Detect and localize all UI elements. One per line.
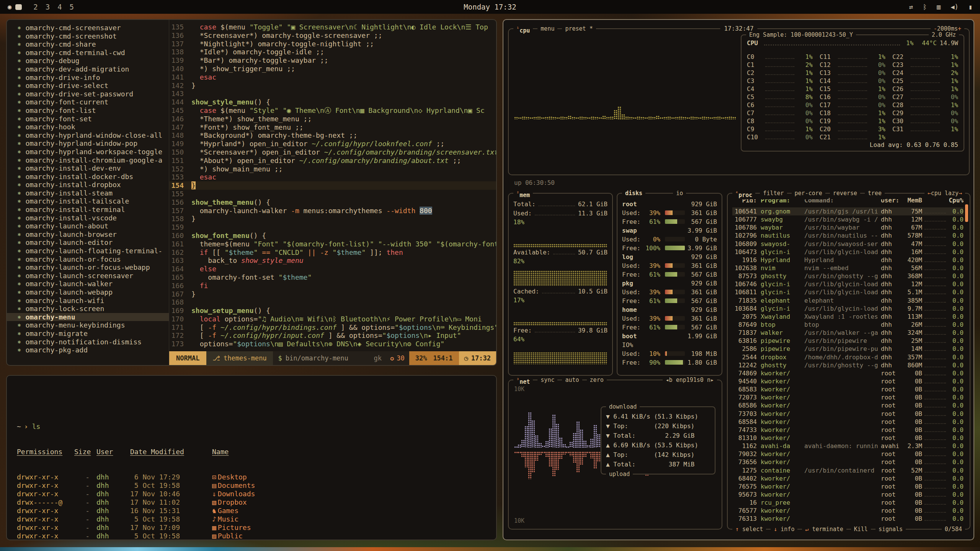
- code-line[interactable]: 161 theme=$(menu "Font" "$(omarchy-font-…: [169, 240, 496, 248]
- code-line[interactable]: 173 options="$options\n▤ Defaults\n⊕ DNS…: [169, 340, 496, 348]
- tree-item[interactable]: ✱omarchy-cmd-share: [7, 40, 169, 49]
- process-row[interactable]: 106786waybar/usr/bin/waybardhh67M0.0: [732, 223, 964, 231]
- tree-item[interactable]: ✱omarchy-hook: [7, 123, 169, 131]
- tab-disks[interactable]: disks: [622, 189, 645, 197]
- tree-item[interactable]: ✱omarchy-install-dropbox: [7, 181, 169, 189]
- sort-prev-arrow[interactable]: ←: [928, 190, 931, 197]
- process-row[interactable]: 102638nvimnvim --embeddhh56M0.0: [732, 264, 964, 272]
- process-row[interactable]: 81310kworker/root0B0.0: [732, 434, 964, 442]
- process-row[interactable]: 103684glycin-i/usr/lib/glycin-loadersdhh…: [732, 305, 964, 313]
- code-line[interactable]: 144show_style_menu() {: [169, 98, 496, 106]
- code-line[interactable]: 147 *Font*) show_font_menu ;;: [169, 123, 496, 132]
- process-row[interactable]: 74869kworker/root0B0.0: [732, 369, 964, 377]
- code-line[interactable]: 166 fi: [169, 282, 496, 290]
- process-row[interactable]: 79032kworker/root0B0.0: [732, 450, 964, 458]
- process-row[interactable]: 68402kworker/root0B0.0: [732, 474, 964, 483]
- volume-icon[interactable]: ◀): [951, 3, 958, 11]
- tree-item[interactable]: ✱omarchy-font-current: [7, 98, 169, 106]
- code-line[interactable]: 152 *) show_main_menu ;;: [169, 165, 496, 173]
- code-line[interactable]: 149 *Hyprland*) open_in_editor ~/.config…: [169, 140, 496, 148]
- process-row[interactable]: 2586pipewire/usr/bin/pipewire-pulsedhh14…: [732, 345, 964, 353]
- footer-signals[interactable]: signals: [875, 525, 906, 533]
- process-row[interactable]: 76575kworker/root0B0.0: [732, 483, 964, 491]
- code-line[interactable]: 157 omarchy-launch-walker -m menus:omarc…: [169, 207, 496, 215]
- process-row[interactable]: 74733kworker/root0B0.0: [732, 426, 964, 434]
- preset-button[interactable]: preset *: [562, 24, 596, 35]
- process-row[interactable]: 106473glycin-i/usr/lib/glycin-loadersdhh…: [732, 248, 964, 256]
- process-row[interactable]: 71835elephantelephantdhh385M0.0: [732, 297, 964, 305]
- tree-item[interactable]: ✱omarchy-cmd-screenshot: [7, 32, 169, 41]
- proc-option-per-core[interactable]: per-core: [792, 189, 825, 199]
- code-line[interactable]: 137 *Nightlight*) omarchy-toggle-nightli…: [169, 40, 496, 48]
- code-line[interactable]: 162 if [[ "$theme" == "CNCLD" || -z "$th…: [169, 248, 496, 257]
- net-interface[interactable]: ◂b enp191s0 n▸: [663, 376, 717, 384]
- distro-logo-icon[interactable]: ◉: [8, 3, 11, 11]
- battery-icon[interactable]: ▮: [969, 3, 972, 11]
- tree-item[interactable]: ✱omarchy-hyprland-window-pop: [7, 139, 169, 148]
- code-line[interactable]: 136 *Screensaver*) omarchy-toggle-screen…: [169, 31, 496, 40]
- tree-item[interactable]: ✱omarchy-install-terminal: [7, 205, 169, 214]
- process-row[interactable]: 16rcu_preeroot0B0.0: [732, 499, 964, 507]
- tree-item[interactable]: ✱omarchy-dev-add-migration: [7, 65, 169, 73]
- code-line[interactable]: 146 *Theme*) show_theme_menu ;;: [169, 115, 496, 123]
- tree-item[interactable]: ✱omarchy-launch-or-focus: [7, 255, 169, 264]
- proc-scrollbar-thumb[interactable]: [965, 204, 968, 222]
- footer-terminate[interactable]: ↵ terminate: [802, 525, 846, 533]
- tree-item[interactable]: ✱omarchy-debug: [7, 57, 169, 65]
- workspace-active-indicator[interactable]: [15, 4, 22, 10]
- code-line[interactable]: 145 case $(menu "Style" "◉ Theme\nⒶ Font…: [169, 106, 496, 115]
- process-row[interactable]: 106811glycin-i/usr/lib/glycin-loadersdhh…: [732, 288, 964, 296]
- process-row[interactable]: 106541org.gnom/usr/bin/gjs /usr/lib/odhh…: [732, 207, 964, 215]
- process-row[interactable]: 87649btopbtopdhh26M0.0: [732, 321, 964, 329]
- code-line[interactable]: 172 [ -f ~/.config/hypr/input.conf ] && …: [169, 331, 496, 340]
- tree-item[interactable]: ✱omarchy-menu-keybindings: [7, 321, 169, 329]
- clock[interactable]: Monday 17:32: [464, 3, 516, 11]
- git-branch[interactable]: ⎇themes-menu: [206, 351, 273, 365]
- tab-net[interactable]: ³net: [513, 376, 533, 386]
- footer-Kill[interactable]: Kill: [851, 525, 871, 533]
- bluetooth-icon[interactable]: ᛒ: [923, 3, 927, 11]
- mixer-icon[interactable]: ▥: [937, 3, 941, 11]
- code-line[interactable]: 142}: [169, 82, 496, 90]
- tree-item[interactable]: ✱omarchy-cmd-terminal-cwd: [7, 49, 169, 57]
- process-row[interactable]: 87573ghostty/usr/bin/ghostty --gtk-dhh36…: [732, 272, 964, 280]
- tab-cpu[interactable]: ¹cpu: [513, 24, 533, 35]
- tree-item[interactable]: ✱omarchy-install-chromium-google-a: [7, 156, 169, 165]
- workspace-4[interactable]: 4: [57, 3, 62, 11]
- code-line[interactable]: 169show_setup_menu() {: [169, 306, 496, 315]
- code-line[interactable]: 165 omarchy-font-set "$theme": [169, 273, 496, 282]
- process-row[interactable]: 68583kworker/root0B0.0: [732, 385, 964, 393]
- process-row[interactable]: 73703kworker/root0B0.0: [732, 410, 964, 418]
- process-row[interactable]: 72073kworker/root0B0.0: [732, 393, 964, 401]
- tree-item[interactable]: ✱omarchy-launch-floating-terminal-: [7, 247, 169, 255]
- code-line[interactable]: 168: [169, 298, 496, 306]
- tree-item[interactable]: ✱omarchy-launch-screensaver: [7, 272, 169, 280]
- btop-window[interactable]: ¹cpu menu preset * 17:32:47 -2000ms+ Eng…: [503, 19, 974, 540]
- code-line[interactable]: 160show_font_menu() {: [169, 231, 496, 240]
- process-row[interactable]: 71837walker/usr/bin/walker --gappldhh324…: [732, 329, 964, 337]
- tree-item[interactable]: ✱omarchy-drive-info: [7, 73, 169, 82]
- tree-item[interactable]: ✱omarchy-pkg-add: [7, 346, 169, 354]
- workspace-5[interactable]: 5: [70, 3, 74, 11]
- tab-mem[interactable]: ²mem: [513, 189, 533, 199]
- tree-item[interactable]: ✱omarchy-launch-or-focus-webapp: [7, 263, 169, 272]
- tree-item[interactable]: ✱omarchy-launch-about: [7, 222, 169, 230]
- tree-item[interactable]: ✱omarchy-launch-webapp: [7, 288, 169, 297]
- code-line[interactable]: 167}: [169, 290, 496, 298]
- tree-item[interactable]: ✱omarchy-launch-wifi: [7, 297, 169, 305]
- code-line[interactable]: 155: [169, 190, 496, 198]
- sort-next-arrow[interactable]: →: [959, 190, 962, 197]
- code-editor[interactable]: 135 case $(menu "Toggle" "▣ Screensaver\…: [169, 20, 496, 351]
- code-line[interactable]: 163 back_to show_style_menu: [169, 256, 496, 265]
- tree-item[interactable]: ✱omarchy-launch-walker: [7, 280, 169, 288]
- code-line[interactable]: 138 *Idle*) omarchy-toggle-idle ;;: [169, 48, 496, 56]
- tree-item[interactable]: ✱omarchy-hyprland-workspace-toggle: [7, 148, 169, 156]
- workspace-3[interactable]: 3: [46, 3, 50, 11]
- tree-item[interactable]: ✱omarchy-install-tailscale: [7, 197, 169, 205]
- tree-item[interactable]: ✱omarchy-font-list: [7, 106, 169, 115]
- tree-item[interactable]: ✱omarchy-cmd-screensaver: [7, 24, 169, 32]
- process-row[interactable]: 94540kworker/root0B0.0: [732, 377, 964, 385]
- code-line[interactable]: 170 local options="♫ Audio\n≋ Wifi\nᛒ Bl…: [169, 315, 496, 323]
- process-row[interactable]: 2544dropbox/home/dhh/.dropbox-distdhh357…: [732, 353, 964, 361]
- process-row[interactable]: 73656kworker/root0B0.0: [732, 458, 964, 466]
